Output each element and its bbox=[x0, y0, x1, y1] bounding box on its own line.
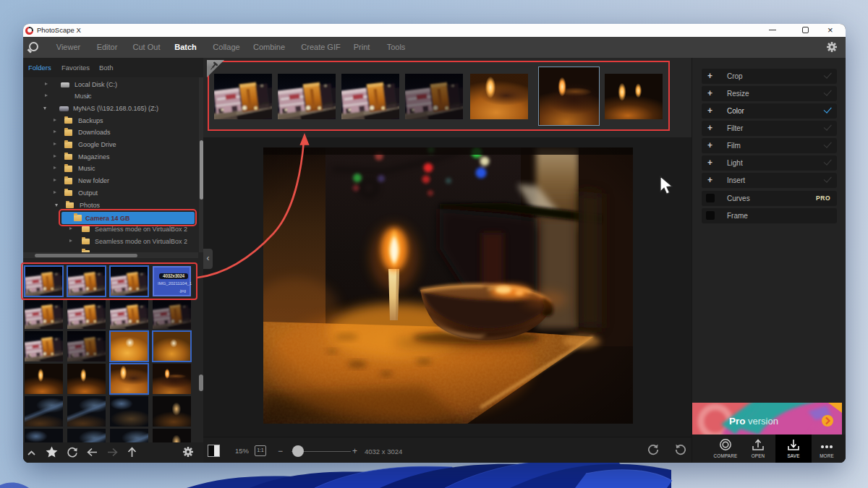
svg-text:Pro: Pro bbox=[729, 416, 746, 427]
svg-text:version: version bbox=[748, 416, 778, 427]
